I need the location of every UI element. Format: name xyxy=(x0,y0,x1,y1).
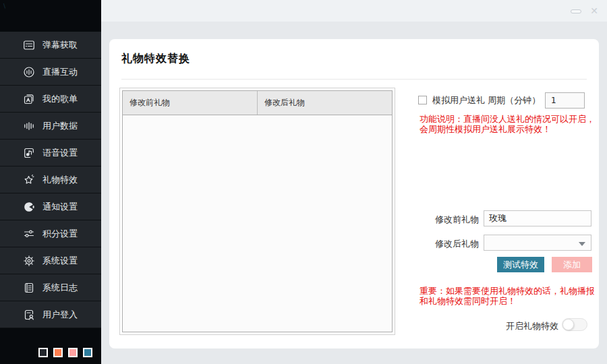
sidebar-item-label: 语音设置 xyxy=(42,147,78,159)
sidebar-item-danmu[interactable]: 弹幕获取 xyxy=(0,32,101,59)
after-gift-label: 修改后礼物 xyxy=(435,238,479,250)
sidebar-item-label: 直播互动 xyxy=(42,66,78,78)
sidebar-item-label: 弹幕获取 xyxy=(42,39,78,51)
login-icon xyxy=(23,309,35,321)
sidebar-item-system-settings[interactable]: 系统设置 xyxy=(0,247,101,274)
theme-swatch-pink[interactable] xyxy=(68,348,78,357)
enable-effect-toggle[interactable] xyxy=(562,318,587,331)
add-button[interactable]: 添加 xyxy=(552,257,592,272)
sidebar-item-voice[interactable]: 语音设置 xyxy=(0,140,101,166)
close-button[interactable]: ✕ xyxy=(588,5,600,17)
sidebar-item-label: 用户登入 xyxy=(42,309,78,321)
log-icon xyxy=(23,282,35,294)
danmu-icon xyxy=(23,39,35,51)
sidebar-item-playlist[interactable]: 我的歌单 xyxy=(0,86,101,113)
sidebar-item-system-log[interactable]: 系统日志 xyxy=(0,274,101,301)
period-minutes-input[interactable] xyxy=(545,92,585,109)
col-header-after: 修改后礼物 xyxy=(258,91,392,115)
sidebar-item-notify[interactable]: 通知设置 xyxy=(0,193,101,220)
simulate-gift-checkbox[interactable] xyxy=(418,96,427,104)
after-gift-select[interactable] xyxy=(484,235,591,251)
important-note: 重要：如果需要使用礼物特效的话，礼物播报 和礼物特效需同时开启！ xyxy=(420,286,607,307)
sidebar-item-label: 礼物特效 xyxy=(42,174,78,186)
voice-icon xyxy=(23,147,35,159)
sidebar-item-label: 系统日志 xyxy=(42,282,78,294)
col-header-before: 修改前礼物 xyxy=(123,91,258,115)
titlebar: ✕ xyxy=(101,0,607,22)
before-gift-input[interactable] xyxy=(484,210,591,226)
title-divider xyxy=(121,79,587,80)
enable-effect-label: 开启礼物特效 xyxy=(506,320,558,332)
gift-replacement-table: 修改前礼物 修改后礼物 xyxy=(119,88,395,335)
sidebar-item-live[interactable]: 直播互动 xyxy=(0,59,101,86)
playlist-icon xyxy=(23,93,35,105)
sidebar-header: \ xyxy=(0,0,101,32)
theme-swatch-teal[interactable] xyxy=(83,348,92,357)
live-icon xyxy=(23,66,35,78)
sidebar-item-label: 通知设置 xyxy=(42,201,78,213)
notify-icon xyxy=(23,201,35,213)
theme-swatch-orange[interactable] xyxy=(53,348,63,357)
sidebar-item-login[interactable]: 用户登入 xyxy=(0,301,101,328)
function-note: 功能说明：直播间没人送礼的情况可以开启， 会周期性模拟用户送礼展示特效！ xyxy=(420,114,607,135)
points-icon xyxy=(23,228,35,240)
gear-icon xyxy=(23,255,35,267)
sidebar-item-label: 系统设置 xyxy=(42,255,78,267)
before-gift-label: 修改前礼物 xyxy=(435,214,479,226)
sidebar-item-label: 积分设置 xyxy=(42,228,78,240)
simulate-gift-label: 模拟用户送礼 周期（分钟） xyxy=(432,94,540,107)
app-window: ✕ \ 弹幕获取 xyxy=(0,0,607,364)
gift-effect-icon xyxy=(23,174,35,186)
sidebar-item-label: 我的歌单 xyxy=(42,93,78,105)
toggle-knob xyxy=(562,319,574,330)
sidebar-nav: 弹幕获取 直播互动 xyxy=(0,32,101,328)
test-effect-button[interactable]: 测试特效 xyxy=(497,257,544,272)
sidebar-item-userdata[interactable]: 用户数据 xyxy=(0,113,101,140)
sidebar-item-points[interactable]: 积分设置 xyxy=(0,220,101,247)
theme-swatch-dark[interactable] xyxy=(38,348,48,357)
theme-swatches xyxy=(0,336,101,364)
userdata-icon xyxy=(23,120,35,132)
minimize-button[interactable] xyxy=(571,9,581,13)
sidebar-item-label: 用户数据 xyxy=(42,120,78,132)
table-body[interactable] xyxy=(123,115,392,332)
chevron-down-icon xyxy=(579,242,585,246)
sidebar: \ 弹幕获取 xyxy=(0,0,101,364)
sidebar-item-gift-effect[interactable]: 礼物特效 xyxy=(0,166,101,193)
content-card: 礼物特效替换 修改前礼物 修改后礼物 模拟用户送礼 周期（分钟） 功能说明：直播… xyxy=(109,39,599,348)
table-header-row: 修改前礼物 修改后礼物 xyxy=(123,91,392,115)
page-title: 礼物特效替换 xyxy=(121,52,190,66)
